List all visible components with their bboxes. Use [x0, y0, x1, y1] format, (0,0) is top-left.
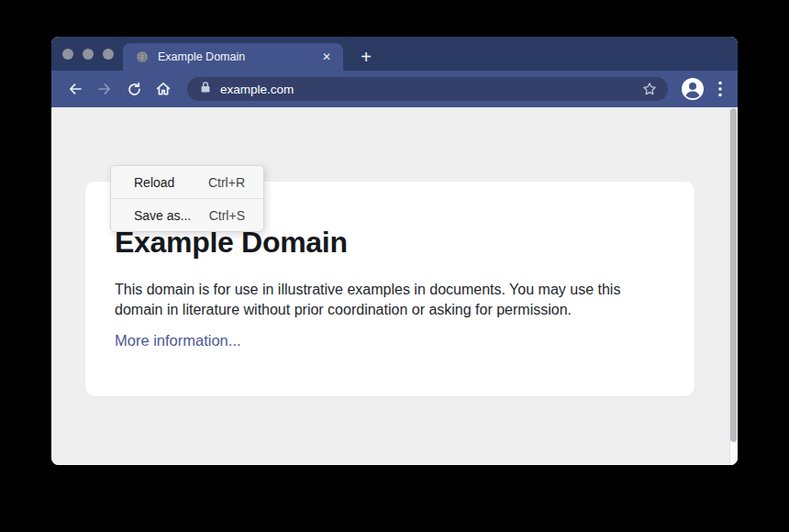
scrollbar-thumb[interactable] — [730, 108, 737, 442]
reload-icon — [127, 82, 142, 97]
page-paragraph: This domain is for use in illustrative e… — [115, 280, 665, 320]
context-menu: Reload Ctrl+R Save as... Ctrl+S — [110, 165, 264, 232]
tab-close-icon[interactable]: ✕ — [319, 50, 334, 64]
menu-item-label: Reload — [134, 175, 174, 190]
menu-item-shortcut: Ctrl+R — [208, 175, 245, 190]
site-favicon-icon — [136, 50, 149, 63]
reload-button[interactable] — [121, 76, 147, 102]
tab-title: Example Domain — [158, 50, 319, 63]
overflow-menu-icon[interactable] — [712, 77, 728, 101]
home-icon — [155, 81, 172, 97]
back-button[interactable] — [62, 76, 88, 102]
menu-item-label: Save as... — [134, 208, 191, 223]
new-tab-button[interactable]: + — [354, 45, 378, 69]
browser-tab[interactable]: Example Domain ✕ — [123, 43, 343, 71]
window-minimize-button[interactable] — [83, 49, 94, 60]
browser-window: Example Domain ✕ + — [51, 37, 738, 465]
context-menu-item-save-as[interactable]: Save as... Ctrl+S — [111, 199, 263, 231]
more-information-link[interactable]: More information... — [115, 332, 241, 349]
lock-icon[interactable] — [200, 81, 211, 97]
menu-item-shortcut: Ctrl+S — [209, 208, 245, 223]
home-button[interactable] — [150, 76, 176, 102]
title-bar: Example Domain ✕ + — [51, 37, 738, 71]
window-close-button[interactable] — [62, 49, 73, 60]
url-text[interactable]: example.com — [220, 83, 640, 96]
address-bar[interactable]: example.com — [187, 77, 668, 101]
forward-button[interactable] — [92, 76, 117, 102]
bookmark-star-icon[interactable] — [640, 80, 659, 98]
browser-toolbar: example.com — [51, 71, 738, 107]
window-zoom-button[interactable] — [103, 49, 114, 60]
context-menu-item-reload[interactable]: Reload Ctrl+R — [111, 166, 263, 198]
forward-arrow-icon — [96, 81, 113, 97]
scrollbar-track[interactable] — [729, 107, 738, 465]
back-arrow-icon — [67, 81, 83, 97]
profile-avatar-icon[interactable] — [681, 77, 705, 101]
page-viewport: Example Domain This domain is for use in… — [51, 107, 738, 465]
